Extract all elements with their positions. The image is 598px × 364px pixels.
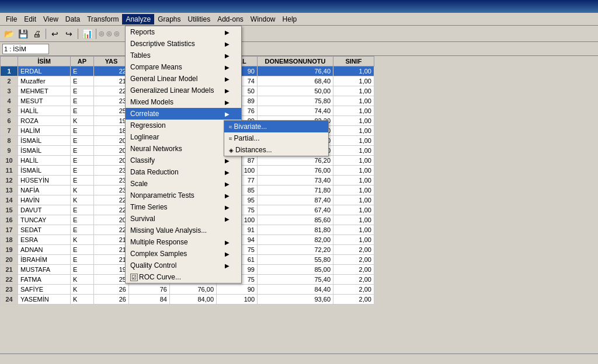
col-header-num [1, 57, 18, 66]
title-bar [0, 0, 598, 13]
menu-graphs[interactable]: Graphs [154, 14, 184, 24]
menu-distances[interactable]: ◈ Distances... [224, 144, 328, 156]
menu-scale[interactable]: Scale▶ [126, 178, 241, 190]
status-bar [0, 354, 598, 364]
toolbar-undo[interactable]: ↩ [48, 27, 61, 40]
menu-classify[interactable]: Classify▶ [126, 155, 241, 166]
toolbar-open[interactable]: 📂 [2, 27, 15, 40]
table-row[interactable]: 24YASEMİNK268484,0010093,602,00 [1, 295, 374, 304]
col-header-ap[interactable]: AP [71, 57, 94, 66]
menu-transform[interactable]: Transform [84, 14, 122, 24]
menu-reports[interactable]: Reports▶ [126, 26, 241, 38]
table-row[interactable]: 23SAFİYEK267676,009084,402,00 [1, 285, 374, 295]
toolbar-redo[interactable]: ↪ [62, 27, 75, 40]
col-header-yas[interactable]: YAS [94, 57, 129, 66]
menu-general-linear[interactable]: General Linear Model▶ [126, 73, 241, 85]
menu-data-reduction[interactable]: Data Reduction▶ [126, 166, 241, 178]
menu-view[interactable]: View [40, 14, 62, 24]
toolbar-print[interactable]: 🖨 [30, 27, 43, 40]
toolbar: 📂 💾 🖨 ↩ ↪ 📊 ◎ ◎ ◎ [0, 26, 598, 42]
data-grid-container: İSİM AP YAS VIZE VIZE2 FINAL DONEMSONUNO… [0, 56, 598, 354]
menu-tables[interactable]: Tables▶ [126, 50, 241, 61]
cell-ref-bar [0, 42, 598, 56]
menu-data[interactable]: Data [62, 14, 84, 24]
menu-utilities[interactable]: Utilities [184, 14, 214, 24]
menu-window[interactable]: Window [247, 14, 279, 24]
toolbar-icons: ◎ ◎ ◎ [99, 30, 120, 37]
toolbar-save[interactable]: 💾 [16, 27, 29, 40]
correlate-dropdown[interactable]: ≈ Bivariate... ≈ Partial... ◈ Distances.… [224, 120, 329, 156]
col-header-dsn[interactable]: DONEMSONUNOTU [258, 57, 333, 66]
menu-quality-control[interactable]: Quality Control▶ [126, 260, 241, 271]
menu-addons[interactable]: Add-ons [214, 14, 247, 24]
toolbar-chart[interactable]: 📊 [81, 27, 93, 40]
menu-multiple-response[interactable]: Multiple Response▶ [126, 236, 241, 248]
menu-analyze[interactable]: Analyze [122, 14, 154, 24]
menu-help[interactable]: Help [279, 14, 301, 24]
menu-descriptive[interactable]: Descriptive Statistics▶ [126, 38, 241, 50]
menu-file[interactable]: File [2, 14, 20, 24]
menu-generalized-linear[interactable]: Generalized Linear Models▶ [126, 85, 241, 96]
menu-roc-curve[interactable]: ☑ ROC Curve... [126, 271, 241, 283]
menu-nonparametric[interactable]: Nonparametric Tests▶ [126, 190, 241, 201]
menu-bar: File Edit View Data Transform Analyze Gr… [0, 13, 598, 26]
menu-missing-value[interactable]: Missing Value Analysis... [126, 225, 241, 236]
menu-time-series[interactable]: Time Series▶ [126, 201, 241, 213]
menu-edit[interactable]: Edit [20, 14, 40, 24]
menu-partial[interactable]: ≈ Partial... [224, 132, 328, 144]
menu-survival[interactable]: Survival▶ [126, 213, 241, 225]
menu-mixed-models[interactable]: Mixed Models▶ [126, 96, 241, 108]
menu-complex-samples[interactable]: Complex Samples▶ [126, 248, 241, 260]
cell-ref-input[interactable] [2, 44, 49, 54]
menu-correlate[interactable]: Correlate▶ [126, 108, 241, 120]
col-header-sinif[interactable]: SINIF [333, 57, 374, 66]
menu-bivariate[interactable]: ≈ Bivariate... [224, 121, 328, 132]
col-header-isim[interactable]: İSİM [18, 57, 71, 66]
menu-compare-means[interactable]: Compare Means▶ [126, 61, 241, 73]
